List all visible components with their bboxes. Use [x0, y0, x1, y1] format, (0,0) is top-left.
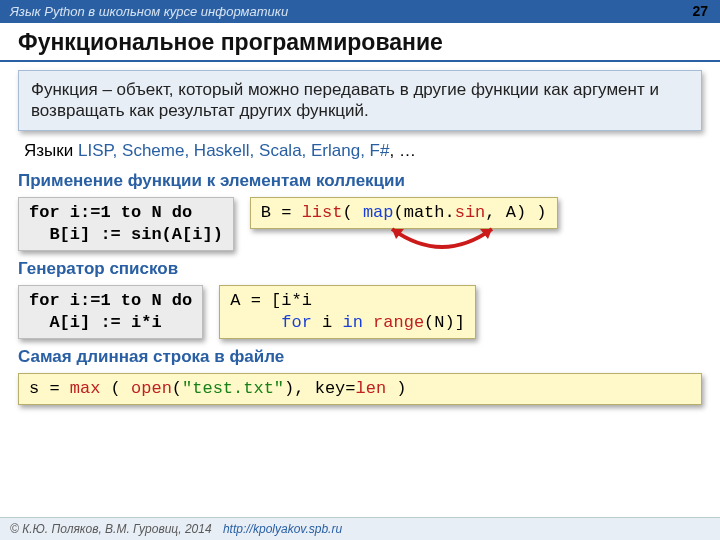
- footer: © К.Ю. Поляков, В.М. Гуровиц, 2014 http:…: [0, 517, 720, 540]
- sect3-head: Самая длинная строка в файле: [18, 347, 702, 367]
- langs-prefix: Языки: [24, 141, 78, 160]
- slide-title: Функциональное программирование: [0, 23, 720, 62]
- sect2-python: A = [i*i for i in range(N)]: [219, 285, 476, 339]
- sect1-row: for i:=1 to N do B[i] := sin(A[i]) B = l…: [18, 197, 702, 251]
- page-number: 27: [692, 3, 708, 19]
- footer-copy: © К.Ю. Поляков, В.М. Гуровиц, 2014: [10, 522, 212, 536]
- sect3-python: s = max ( open("test.txt"), key=len ): [18, 373, 702, 405]
- sect2-head: Генератор списков: [18, 259, 702, 279]
- langs-suffix: , …: [389, 141, 415, 160]
- languages-line: Языки LISP, Scheme, Haskell, Scala, Erla…: [24, 141, 696, 161]
- content: Функция – объект, который можно передава…: [0, 70, 720, 405]
- sect1-python: B = list( map(math.sin, A) ): [250, 197, 558, 229]
- langs-list: LISP, Scheme, Haskell, Scala, Erlang, F#: [78, 141, 390, 160]
- sect2-row: for i:=1 to N do A[i] := i*i A = [i*i fo…: [18, 285, 702, 339]
- header-bar: Язык Python в школьном курсе информатики…: [0, 0, 720, 23]
- definition-box: Функция – объект, который можно передава…: [18, 70, 702, 131]
- sect1-pseudocode: for i:=1 to N do B[i] := sin(A[i]): [18, 197, 234, 251]
- svg-marker-1: [392, 229, 404, 239]
- sect2-pseudocode: for i:=1 to N do A[i] := i*i: [18, 285, 203, 339]
- sect3-row: s = max ( open("test.txt"), key=len ): [18, 373, 702, 405]
- course-name: Язык Python в школьном курсе информатики: [10, 4, 288, 19]
- sect1-head: Применение функции к элементам коллекции: [18, 171, 702, 191]
- svg-marker-0: [480, 229, 492, 239]
- footer-url: http://kpolyakov.spb.ru: [223, 522, 342, 536]
